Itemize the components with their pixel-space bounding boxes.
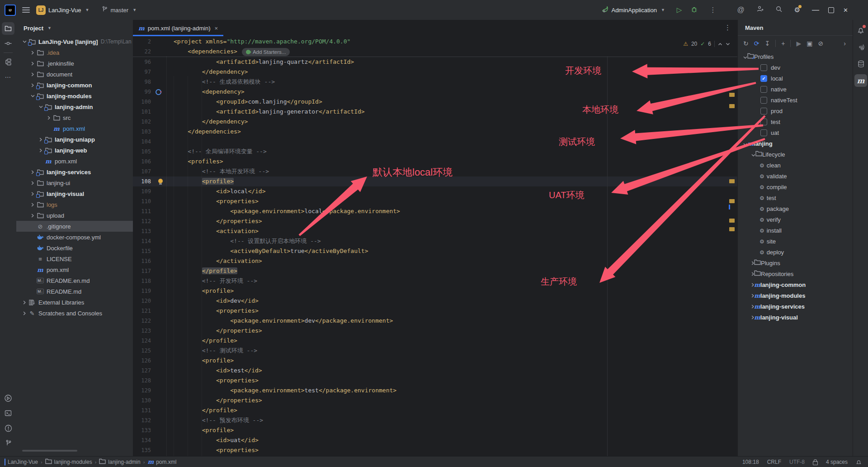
code-line-131[interactable]: 131 </profile> [133, 405, 737, 415]
code-line-133[interactable]: 133 <profile> [133, 425, 737, 435]
code-line-129[interactable]: 129 <package.environment>test</package.e… [133, 386, 737, 396]
project-tree-item-.jenkinsfile[interactable]: .jenkinsfile [16, 58, 133, 69]
chevron-right-icon[interactable] [21, 300, 28, 305]
chevron-right-icon[interactable] [45, 116, 52, 120]
more-actions-button[interactable]: ⋮ [709, 6, 716, 14]
project-tree-item-lanjing-admin[interactable]: lanjing-admin [16, 101, 133, 112]
code-line-111[interactable]: 111 <package.environment>local</package.… [133, 206, 737, 216]
project-tree-item-lanjing-services[interactable]: lanjing-services [16, 167, 133, 177]
project-tree-item-lanjing-ui[interactable]: lanjing-ui [16, 177, 133, 188]
window-maximize-button[interactable] [828, 7, 834, 13]
notifications-icon[interactable] [854, 24, 867, 37]
profile-checkbox-test[interactable] [760, 119, 767, 125]
maven-tree-item-validate[interactable]: ⚙validate [738, 171, 853, 181]
structure-icon[interactable] [2, 56, 14, 68]
add-user-icon[interactable] [756, 5, 764, 14]
breadcrumb-lanjing-vue[interactable]: LanJing-Vue [5, 459, 38, 465]
code-line-106[interactable]: 106 <profiles> [133, 157, 737, 167]
code-line-22[interactable]: 22 <dependencies>Add Starters... [133, 47, 737, 57]
code-line-120[interactable]: 120 <id>dev</id> [133, 296, 737, 306]
warning-stripe-mark[interactable] [729, 93, 735, 97]
project-tree-item-logs[interactable]: logs [16, 199, 133, 210]
chevron-right-icon[interactable] [29, 83, 36, 87]
warning-stripe-mark[interactable] [729, 104, 735, 108]
project-tree-item-.gitignore[interactable]: ⊘.gitignore [16, 221, 133, 232]
maven-tree-item-site[interactable]: ⚙site [738, 236, 853, 247]
code-line-102[interactable]: 102 </dependency> [133, 117, 737, 127]
lock-icon[interactable] [813, 461, 818, 465]
intention-bulb-icon[interactable] [158, 179, 163, 183]
profile-checkbox-local[interactable]: ✓ [760, 75, 767, 82]
chevron-right-icon[interactable] [29, 170, 36, 174]
code-line-130[interactable]: 130 </properties> [133, 396, 737, 405]
code-line-97[interactable]: 97 </dependency> [133, 67, 737, 77]
profile-checkbox-prod[interactable] [760, 108, 767, 114]
add-icon[interactable]: + [781, 40, 785, 47]
project-tree-item-license[interactable]: ≡LICENSE [16, 253, 133, 264]
run-button[interactable]: ▷ [677, 6, 682, 14]
code-line-109[interactable]: 109 <id>local</id> [133, 186, 737, 196]
project-tree-item-upload[interactable]: upload [16, 210, 133, 221]
code-line-101[interactable]: 101 <artifactId>lanjing-generator</artif… [133, 107, 737, 117]
code-area[interactable]: 96 <artifactId>lanjing-quartz</artifactI… [133, 57, 737, 455]
chevron-down-icon[interactable] [37, 105, 44, 108]
maven-tree-item-compile[interactable]: ⚙compile [738, 181, 853, 192]
project-tree-item-readme.en.md[interactable]: M↓README.en.md [16, 275, 133, 286]
maven-tree-item-repositories[interactable]: Repositories [738, 268, 853, 279]
warning-stripe-mark[interactable] [729, 219, 735, 223]
code-line-103[interactable]: 103 </dependencies> [133, 127, 737, 137]
code-line-2[interactable]: 2<project xmlns="http://maven.apache.org… [133, 37, 737, 47]
chevron-right-icon[interactable] [37, 148, 44, 152]
indent-setting[interactable]: 4 spaces [826, 459, 848, 465]
maven-tree-item-lanjing-services[interactable]: mlanjing-services [738, 301, 853, 312]
code-line-105[interactable]: 105 <!-- 全局编译环境变量 --> [133, 147, 737, 157]
git-icon[interactable] [2, 437, 14, 449]
code-line-114[interactable]: 114 <!-- 设置默认开启本地环境 --> [133, 236, 737, 246]
code-line-116[interactable]: 116 </activation> [133, 256, 737, 266]
database-icon[interactable] [854, 57, 867, 70]
code-line-119[interactable]: 119 <profile> [133, 286, 737, 296]
chevron-right-icon[interactable] [29, 72, 36, 76]
code-line-135[interactable]: 135 <properties> [133, 445, 737, 455]
reload-projects-icon[interactable]: ⟳ [754, 40, 760, 47]
code-line-113[interactable]: 113 <activation> [133, 226, 737, 236]
code-line-127[interactable]: 127 <id>test</id> [133, 366, 737, 376]
search-icon[interactable] [775, 5, 783, 14]
code-line-134[interactable]: 134 <id>uat</id> [133, 435, 737, 445]
maven-tree-item-verify[interactable]: ⚙verify [738, 214, 853, 225]
run-icon[interactable]: ▶ [796, 40, 801, 47]
project-tree-item-document[interactable]: document [16, 69, 133, 80]
maven-tree-item-clean[interactable]: ⚙clean [738, 160, 853, 171]
code-line-108[interactable]: 108 <profile> [133, 176, 737, 186]
maven-tree-item-nativetest[interactable]: nativeTest [738, 95, 853, 105]
main-menu-button[interactable] [22, 7, 30, 13]
code-line-124[interactable]: 124 </profile> [133, 336, 737, 346]
chevron-down-icon[interactable] [29, 95, 36, 97]
maven-tree-item-lanjing-visual[interactable]: mlanjing-visual [738, 312, 853, 323]
next-problem-icon[interactable] [726, 43, 730, 46]
project-tree-item-dockerfile[interactable]: Dockerfile [16, 243, 133, 253]
maven-tree-item-test[interactable]: ⚙test [738, 192, 853, 203]
vcs-branch-widget[interactable]: master ▼ [102, 6, 137, 14]
ai-assistant-icon[interactable]: @ [737, 6, 744, 14]
profile-checkbox-dev[interactable] [760, 64, 767, 71]
project-tree-item-scratches-and-consoles[interactable]: ✎Scratches and Consoles [16, 308, 133, 319]
project-tree-item-pom.xml[interactable]: mpom.xml [16, 156, 133, 167]
project-tree-item-src[interactable]: src [16, 112, 133, 123]
commit-icon[interactable] [2, 37, 14, 50]
code-line-110[interactable]: 110 <properties> [133, 196, 737, 206]
tab-close-icon[interactable]: × [214, 25, 218, 32]
code-line-115[interactable]: 115 <activeByDefault>true</activeByDefau… [133, 246, 737, 256]
profile-checkbox-uat[interactable] [760, 129, 767, 136]
code-line-104[interactable]: 104 [133, 137, 737, 147]
project-tree-item-readme.md[interactable]: M↓README.md [16, 286, 133, 297]
breadcrumb-lanjing-modules[interactable]: lanjing-modules [45, 458, 92, 466]
code-line-132[interactable]: 132 <!-- 预发布环境 --> [133, 415, 737, 425]
chevron-down-icon[interactable] [743, 53, 747, 60]
window-close-button[interactable]: ✕ [843, 7, 848, 14]
code-line-117[interactable]: 117 </profile> [133, 266, 737, 276]
code-line-96[interactable]: 96 <artifactId>lanjing-quartz</artifactI… [133, 57, 737, 67]
project-tree-item-lanjing-visual[interactable]: lanjing-visual [16, 188, 133, 199]
line-ending[interactable]: CRLF [767, 459, 781, 465]
file-encoding[interactable]: UTF-8 [789, 459, 805, 465]
